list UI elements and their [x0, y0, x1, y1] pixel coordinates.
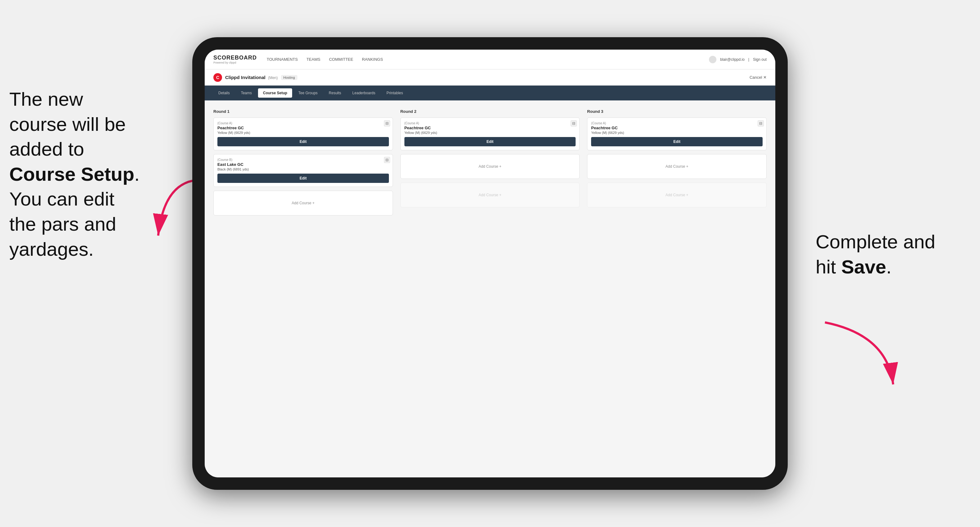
- round-3-column: Round 3 ⊟ (Course A) Peachtree GC Yellow…: [587, 109, 767, 219]
- round2-course-a-details: Yellow (M) (6629 yds): [404, 131, 576, 135]
- round3-course-a-edit[interactable]: Edit: [591, 137, 763, 146]
- tablet-device: SCOREBOARD Powered by clippd TOURNAMENTS…: [192, 37, 788, 490]
- round1-course-a-label: (Course A): [217, 122, 389, 125]
- round-1-column: Round 1 ⊟ (Course A) Peachtree GC Yellow…: [213, 109, 393, 219]
- round2-course-a-name: Peachtree GC: [404, 125, 576, 130]
- tab-results[interactable]: Results: [324, 88, 346, 98]
- tablet-screen: SCOREBOARD Powered by clippd TOURNAMENTS…: [205, 49, 775, 478]
- scoreboard-logo: SCOREBOARD Powered by clippd: [213, 54, 257, 64]
- nav-links: TOURNAMENTS TEAMS COMMITTEE RANKINGS: [267, 57, 383, 62]
- round1-course-b-edit[interactable]: Edit: [217, 174, 389, 183]
- right-annotation: Complete and hit Save.: [816, 229, 971, 279]
- tournament-info: C Clippd Invitational (Men) Hosting: [213, 73, 298, 82]
- round1-course-a-name: Peachtree GC: [217, 125, 389, 130]
- logo-subtext: Powered by clippd: [213, 61, 257, 64]
- nav-link-rankings[interactable]: RANKINGS: [362, 57, 383, 62]
- course-setup-bold: Course Setup: [9, 163, 134, 185]
- tournament-bar: C Clippd Invitational (Men) Hosting Canc…: [205, 70, 775, 86]
- round2-course-a-card: ⊟ (Course A) Peachtree GC Yellow (M) (66…: [400, 117, 580, 150]
- round3-course-a-label: (Course A): [591, 122, 763, 125]
- round3-add-course-1[interactable]: Add Course +: [587, 154, 767, 179]
- hosting-badge: Hosting: [281, 75, 298, 80]
- round-3-title: Round 3: [587, 109, 767, 114]
- logo-text: SCOREBOARD: [213, 54, 257, 61]
- user-avatar: [709, 56, 716, 63]
- round3-course-a-details: Yellow (M) (6629 yds): [591, 131, 763, 135]
- round-1-title: Round 1: [213, 109, 393, 114]
- round1-course-b-label: (Course B): [217, 158, 389, 162]
- round1-course-b-delete[interactable]: ⊟: [384, 157, 390, 163]
- round1-add-course[interactable]: Add Course +: [213, 190, 393, 216]
- round3-add-course-1-label: Add Course +: [665, 164, 689, 169]
- round1-course-b-name: East Lake GC: [217, 162, 389, 167]
- round1-course-a-delete[interactable]: ⊟: [384, 120, 390, 127]
- arrow-right-icon: [806, 316, 905, 403]
- tab-details[interactable]: Details: [213, 88, 235, 98]
- round3-course-a-name: Peachtree GC: [591, 125, 763, 130]
- round2-add-course-2-label: Add Course +: [479, 193, 501, 197]
- round3-add-course-2-label: Add Course +: [665, 193, 689, 197]
- nav-link-committee[interactable]: COMMITTEE: [329, 57, 353, 62]
- round2-add-course-1[interactable]: Add Course +: [400, 154, 580, 179]
- round3-course-a-delete[interactable]: ⊟: [758, 120, 764, 127]
- tab-leaderboards[interactable]: Leaderboards: [347, 88, 380, 98]
- round3-add-course-2: Add Course +: [587, 183, 767, 207]
- round-2-column: Round 2 ⊟ (Course A) Peachtree GC Yellow…: [400, 109, 580, 219]
- nav-link-teams[interactable]: TEAMS: [306, 57, 320, 62]
- tab-printables[interactable]: Printables: [382, 88, 408, 98]
- rounds-grid: Round 1 ⊟ (Course A) Peachtree GC Yellow…: [213, 109, 767, 219]
- round-2-title: Round 2: [400, 109, 580, 114]
- save-bold: Save: [842, 256, 886, 278]
- tournament-name: Clippd Invitational (Men): [225, 75, 278, 80]
- round3-course-a-card: ⊟ (Course A) Peachtree GC Yellow (M) (66…: [587, 117, 767, 150]
- nav-left: SCOREBOARD Powered by clippd TOURNAMENTS…: [213, 54, 383, 64]
- user-email: blair@clippd.io: [720, 57, 745, 62]
- round2-add-course-1-label: Add Course +: [479, 164, 501, 169]
- round2-add-course-2: Add Course +: [400, 183, 580, 207]
- nav-divider: |: [748, 57, 749, 62]
- tournament-logo: C: [213, 73, 222, 82]
- sign-out-link[interactable]: Sign out: [753, 57, 767, 62]
- round2-course-a-label: (Course A): [404, 122, 576, 125]
- tab-tee-groups[interactable]: Tee Groups: [293, 88, 323, 98]
- nav-right: blair@clippd.io | Sign out: [709, 56, 767, 63]
- round1-course-b-details: Black (M) (6891 yds): [217, 167, 389, 171]
- tab-course-setup[interactable]: Course Setup: [258, 88, 292, 98]
- round1-course-a-edit[interactable]: Edit: [217, 137, 389, 146]
- gender-tag: (Men): [268, 76, 278, 80]
- round1-course-a-details: Yellow (M) (6629 yds): [217, 131, 389, 135]
- main-content: Round 1 ⊟ (Course A) Peachtree GC Yellow…: [205, 100, 775, 478]
- round2-course-a-delete[interactable]: ⊟: [571, 120, 577, 127]
- tab-teams[interactable]: Teams: [236, 88, 257, 98]
- top-navigation: SCOREBOARD Powered by clippd TOURNAMENTS…: [205, 49, 775, 70]
- round1-add-course-label: Add Course +: [291, 201, 315, 205]
- sub-tabs: Details Teams Course Setup Tee Groups Re…: [205, 86, 775, 100]
- round2-course-a-edit[interactable]: Edit: [404, 137, 576, 146]
- nav-link-tournaments[interactable]: TOURNAMENTS: [267, 57, 298, 62]
- round1-course-a-card: ⊟ (Course A) Peachtree GC Yellow (M) (66…: [213, 117, 393, 150]
- round1-course-b-card: ⊟ (Course B) East Lake GC Black (M) (689…: [213, 154, 393, 187]
- cancel-button[interactable]: Cancel ✕: [749, 75, 767, 80]
